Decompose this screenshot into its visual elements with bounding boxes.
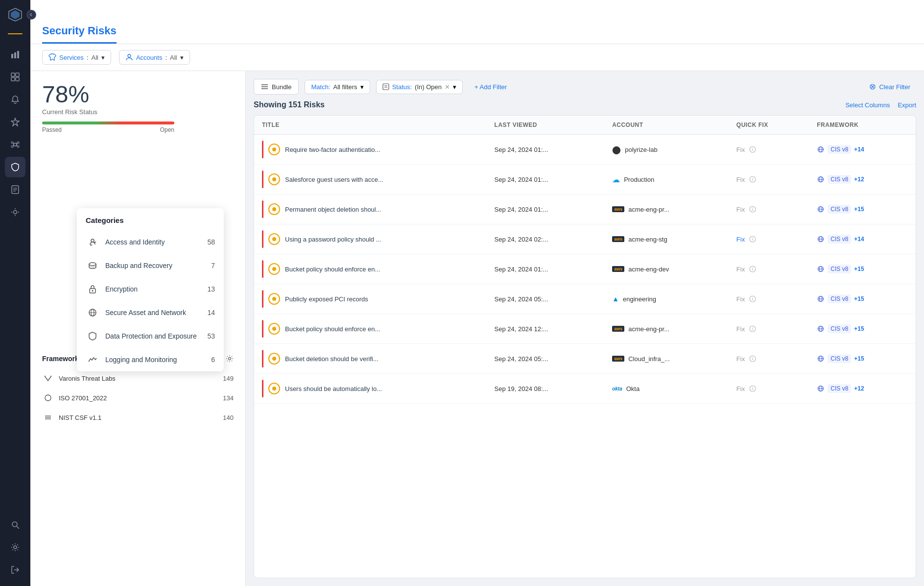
select-columns-button[interactable]: Select Columns	[845, 101, 890, 109]
svg-point-83	[752, 297, 753, 298]
svg-rect-3	[14, 52, 16, 58]
frameworks-settings-icon[interactable]	[226, 355, 234, 363]
services-filter[interactable]: Services: All ▾	[42, 50, 111, 65]
sidebar-toggle[interactable]	[26, 10, 36, 20]
svg-point-13	[17, 146, 19, 147]
risk-title[interactable]: Bucket deletion should be verifi...	[285, 355, 379, 363]
table-row[interactable]: Require two-factor authenticatio... Sep …	[254, 135, 916, 165]
accounts-filter[interactable]: Accounts: All ▾	[119, 50, 190, 65]
cat-count-logging: 6	[211, 356, 215, 364]
risk-title[interactable]: Publicly exposed PCI records	[285, 295, 368, 303]
risk-title[interactable]: Users should be automatically lo...	[285, 385, 382, 392]
framework-more[interactable]: +15	[854, 325, 864, 332]
status-filter-close[interactable]: ✕	[445, 83, 450, 91]
framework-badge: CIS v8	[828, 145, 851, 154]
table-row[interactable]: Salesforce guest users with acce... Sep …	[254, 165, 916, 195]
framework-icon	[817, 146, 825, 153]
sidebar-item-settings[interactable]	[5, 537, 25, 558]
category-item-backup[interactable]: Backup and Recovery 7	[77, 254, 224, 277]
quick-fix-active-button[interactable]: Fix	[736, 236, 745, 243]
status-filter-tag[interactable]: Status: (In) Open ✕ ▾	[376, 80, 463, 94]
category-item-encryption[interactable]: Encryption 13	[77, 277, 224, 301]
table-row[interactable]: Users should be automatically lo... Sep …	[254, 374, 916, 404]
aws-icon: aws	[612, 206, 624, 212]
svg-point-27	[12, 522, 17, 527]
table-row[interactable]: Bucket policy should enforce en... Sep 2…	[254, 314, 916, 344]
risk-indicator	[268, 353, 280, 365]
framework-more[interactable]: +15	[854, 266, 864, 272]
framework-icon	[817, 175, 825, 183]
svg-point-59	[752, 177, 753, 178]
framework-more[interactable]: +15	[854, 206, 864, 213]
framework-item-iso[interactable]: ISO 27001_2022 134	[42, 388, 234, 408]
categories-panel: Categories Access and Identity 58	[77, 208, 224, 371]
risk-dot-inner	[272, 267, 276, 271]
quick-fix-label: Fix	[736, 266, 745, 273]
td-quick-fix: Fix	[729, 165, 809, 195]
sidebar-item-logout[interactable]	[5, 560, 25, 580]
sidebar-item-network[interactable]	[5, 134, 25, 155]
match-filter-tag[interactable]: Match: All filters ▾	[305, 80, 370, 94]
sidebar-item-sun[interactable]	[5, 202, 25, 222]
sidebar-item-sparkle[interactable]	[5, 112, 25, 132]
td-account: aws Cloud_infra_...	[604, 344, 729, 374]
category-item-logging[interactable]: Logging and Monitoring 6	[77, 348, 224, 371]
results-count: Showing 151 Risks	[254, 100, 325, 109]
add-filter-button[interactable]: + Add Filter	[469, 80, 513, 94]
framework-more[interactable]: +15	[854, 355, 864, 362]
category-item-data-protection[interactable]: Data Protection and Exposure 53	[77, 324, 224, 348]
td-last-viewed: Sep 24, 2024 05:...	[487, 344, 605, 374]
cat-count-data-protection: 53	[207, 332, 215, 340]
page-title: Security Risks	[42, 24, 117, 44]
export-button[interactable]: Export	[898, 101, 916, 109]
risk-title[interactable]: Require two-factor authenticatio...	[285, 146, 380, 153]
risk-bar	[42, 122, 174, 124]
td-last-viewed: Sep 24, 2024 12:...	[487, 314, 605, 344]
risk-title[interactable]: Using a password policy should ...	[285, 236, 381, 243]
bundle-button[interactable]: Bundle	[254, 79, 299, 95]
table-row[interactable]: Publicly exposed PCI records Sep 24, 202…	[254, 284, 916, 314]
quick-fix-info-icon	[749, 355, 757, 363]
svg-rect-5	[11, 73, 15, 76]
sidebar-item-grid[interactable]	[5, 67, 25, 87]
risk-title[interactable]: Permanent object deletion shoul...	[285, 206, 381, 213]
td-title: Bucket deletion should be verifi...	[254, 344, 487, 374]
td-account: ☁ Production	[604, 165, 729, 195]
sidebar-item-report[interactable]	[5, 179, 25, 200]
framework-more[interactable]: +14	[854, 236, 864, 243]
severity-bar	[262, 171, 263, 188]
table-row[interactable]: Using a password policy should ... Sep 2…	[254, 224, 916, 254]
clear-filter-button[interactable]: Clear Filter	[863, 80, 916, 94]
account-name: polyrize-lab	[625, 146, 657, 153]
framework-item-nist[interactable]: NIST CSF v1.1 140	[42, 408, 234, 427]
quick-fix-label: Fix	[736, 325, 745, 333]
framework-more[interactable]: +12	[854, 176, 864, 183]
table-row[interactable]: Bucket deletion should be verifi... Sep …	[254, 344, 916, 374]
risk-percent: 78%	[42, 83, 234, 106]
bundle-label: Bundle	[272, 83, 291, 91]
sidebar-item-search[interactable]	[5, 514, 25, 535]
sidebar-item-chart[interactable]	[5, 44, 25, 65]
svg-point-45	[261, 84, 262, 85]
risk-title[interactable]: Salesforce guest users with acce...	[285, 176, 383, 183]
cat-count-encryption: 13	[207, 285, 215, 293]
category-item-secure-asset[interactable]: Secure Asset and Network 14	[77, 301, 224, 324]
table-row[interactable]: Bucket policy should enforce en... Sep 2…	[254, 254, 916, 284]
td-last-viewed: Sep 24, 2024 01:...	[487, 165, 605, 195]
risk-title[interactable]: Bucket policy should enforce en...	[285, 266, 380, 273]
table-row[interactable]: Permanent object deletion shoul... Sep 2…	[254, 195, 916, 224]
sidebar-item-shield[interactable]	[5, 157, 25, 177]
framework-more[interactable]: +15	[854, 295, 864, 302]
framework-item-varonis[interactable]: Varonis Threat Labs 149	[42, 368, 234, 388]
svg-line-16	[13, 145, 14, 146]
risk-bar-container: Passed Open	[42, 122, 234, 133]
risk-dot-inner	[272, 177, 276, 181]
framework-more[interactable]: +14	[854, 146, 864, 153]
framework-more[interactable]: +12	[854, 385, 864, 392]
framework-icon	[817, 265, 825, 273]
category-item-access[interactable]: Access and Identity 58	[77, 230, 224, 254]
svg-point-40	[229, 358, 231, 360]
risk-title[interactable]: Bucket policy should enforce en...	[285, 325, 380, 333]
quick-fix-label: Fix	[736, 385, 745, 392]
sidebar-item-bell[interactable]	[5, 89, 25, 110]
